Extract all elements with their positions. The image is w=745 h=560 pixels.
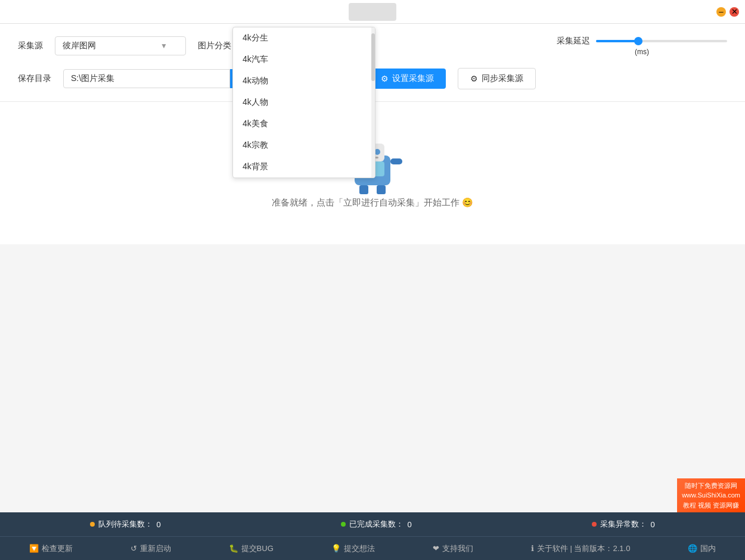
about-label: 关于软件 | 当前版本：2.1.0	[537, 543, 631, 554]
restart-label: 重新启动	[140, 543, 171, 554]
save-dir-input[interactable]	[63, 69, 230, 88]
svg-rect-9	[390, 158, 402, 164]
queue-label: 队列待采集数：	[98, 519, 153, 530]
dropdown-scrollbar-thumb[interactable]	[371, 33, 375, 81]
bottom-nav: 🔽 检查更新 ↺ 重新启动 🐛 提交BUG 💡 提交想法 ❤ 支持我们 ℹ 关于…	[0, 536, 745, 560]
error-status: 采集异常数： 0	[592, 519, 654, 530]
title-bar: – ✕	[0, 0, 745, 24]
ready-text: 准备就绪，点击「立即进行自动采集」开始工作 😊	[272, 197, 473, 209]
gear-icon: ⚙	[381, 74, 389, 83]
source-select[interactable]: 彼岸图网 ▼	[55, 36, 186, 55]
watermark-line2: www.SuiShiXia.com	[682, 490, 740, 500]
restart-nav[interactable]: ↺ 重新启动	[131, 543, 171, 554]
dropdown-item-2[interactable]: 4k动物	[233, 70, 375, 92]
error-label: 采集异常数：	[600, 519, 647, 530]
download-icon: 🔽	[29, 544, 39, 553]
delay-slider-thumb[interactable]	[634, 37, 642, 45]
delay-row: 采集延迟	[557, 36, 727, 46]
dropdown-item-3[interactable]: 4k人物	[233, 92, 375, 113]
dropdown-scrollbar-track	[371, 27, 375, 178]
dropdown-item-4[interactable]: 4k美食	[233, 113, 375, 135]
status-bar: 队列待采集数： 0 已完成采集数： 0 采集异常数： 0	[0, 512, 745, 536]
submit-bug-nav[interactable]: 🐛 提交BUG	[229, 543, 274, 554]
source-label: 采集源	[18, 41, 43, 51]
delay-slider-fill	[596, 40, 635, 42]
delay-label: 采集延迟	[557, 36, 590, 46]
about-nav[interactable]: ℹ 关于软件 | 当前版本：2.1.0	[531, 543, 631, 554]
svg-rect-6	[359, 185, 368, 194]
idea-icon: 💡	[331, 544, 341, 553]
source-chevron-down-icon: ▼	[160, 42, 167, 50]
save-dir-label: 保存目录	[18, 73, 51, 84]
submit-bug-label: 提交BUG	[241, 543, 274, 554]
watermark-line1: 随时下免费资源网	[682, 481, 740, 491]
check-update-nav[interactable]: 🔽 检查更新	[29, 543, 73, 554]
completed-label: 已完成采集数：	[349, 519, 403, 530]
sync-label: 同步采集源	[482, 73, 523, 84]
queue-value: 0	[156, 520, 160, 529]
dropdown-item-0[interactable]: 4k分生	[233, 27, 375, 49]
submit-idea-nav[interactable]: 💡 提交想法	[331, 543, 375, 554]
main-content: 采集源 彼岸图网 ▼ 图片分类 4k风景 ▲ 采集延迟 (ms)	[0, 24, 745, 244]
completed-dot	[341, 522, 346, 527]
sync-button[interactable]: ⚙ 同步采集源	[458, 68, 536, 89]
delay-section: 采集延迟 (ms)	[557, 36, 727, 56]
bug-icon: 🐛	[229, 544, 238, 553]
check-update-label: 检查更新	[42, 543, 73, 554]
dropdown-item-5[interactable]: 4k宗教	[233, 135, 375, 156]
save-dir-input-group: 🔍	[63, 69, 254, 88]
sync-icon: ⚙	[470, 74, 478, 83]
support-nav[interactable]: ❤ 支持我们	[433, 543, 473, 554]
source-select-wrapper: 彼岸图网 ▼	[55, 36, 186, 55]
svg-rect-7	[377, 185, 386, 194]
domestic-nav[interactable]: 🌐 国内	[688, 543, 716, 554]
dropdown-scroll-area[interactable]: 4k分生 4k汽车 4k动物 4k人物 4k美食 4k宗教 4k背景	[233, 27, 375, 178]
completed-status: 已完成采集数： 0	[341, 519, 411, 530]
heart-icon: ❤	[433, 544, 439, 553]
watermark-badge: 随时下免费资源网 www.SuiShiXia.com 教程 视频 资源网赚	[677, 478, 745, 513]
minimize-button[interactable]: –	[716, 7, 726, 17]
restart-icon: ↺	[131, 544, 137, 553]
watermark-line3: 教程 视频 资源网赚	[682, 500, 740, 511]
settings-label: 设置采集源	[392, 73, 434, 84]
queue-status: 队列待采集数： 0	[90, 519, 160, 530]
category-label: 图片分类	[198, 41, 231, 51]
delay-unit: (ms)	[635, 48, 649, 56]
domestic-icon: 🌐	[688, 544, 697, 553]
source-value: 彼岸图网	[63, 41, 96, 51]
delay-slider-track[interactable]	[596, 40, 727, 42]
error-dot	[592, 522, 597, 527]
close-button[interactable]: ✕	[730, 7, 739, 17]
info-icon: ℹ	[531, 544, 534, 553]
category-dropdown: 4k分生 4k汽车 4k动物 4k人物 4k美食 4k宗教 4k背景	[232, 27, 375, 178]
dropdown-item-1[interactable]: 4k汽车	[233, 49, 375, 70]
submit-idea-label: 提交想法	[344, 543, 375, 554]
completed-value: 0	[407, 520, 411, 529]
dropdown-item-6[interactable]: 4k背景	[233, 156, 375, 178]
app-logo	[349, 3, 396, 21]
support-label: 支持我们	[442, 543, 473, 554]
queue-dot	[90, 522, 95, 527]
domestic-label: 国内	[700, 543, 716, 554]
settings-button[interactable]: ⚙ 设置采集源	[369, 69, 446, 89]
error-value: 0	[650, 520, 654, 529]
